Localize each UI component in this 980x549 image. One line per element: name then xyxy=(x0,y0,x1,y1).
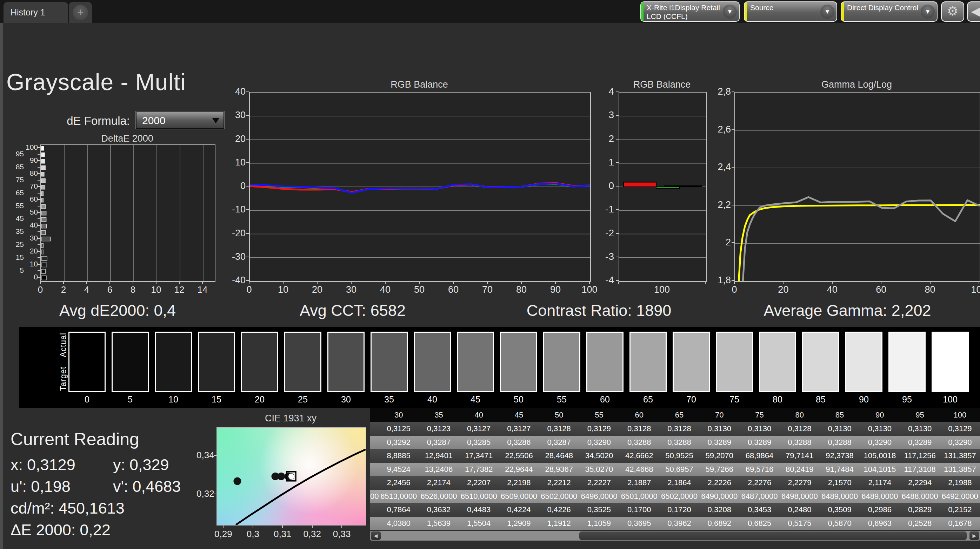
table-cell: 0,3129 xyxy=(940,422,980,436)
scrollbar-thumb[interactable] xyxy=(579,532,967,540)
table-row-sliver xyxy=(370,517,379,530)
table-cell: 0,3632 xyxy=(418,503,458,517)
cie-x-tick xyxy=(312,525,313,528)
deltae-plot xyxy=(40,144,215,282)
table-cell: 0,3130 xyxy=(860,422,900,436)
deltae-y-tick-label: 90 xyxy=(24,156,38,164)
table-cell: 35,0270 xyxy=(579,463,619,476)
deltae-y-tick xyxy=(38,257,40,258)
swatch-level-label: 0 xyxy=(67,394,107,405)
grayscale-swatch xyxy=(68,332,106,392)
rgb-bar-y-tick xyxy=(616,233,619,234)
table-cell: 0,7864 xyxy=(379,503,418,517)
rgb-bar-plot xyxy=(619,92,707,282)
de-formula-select[interactable]: 2000 xyxy=(136,111,224,129)
rgb-line-x-tick xyxy=(317,281,318,284)
deltae-x-tick xyxy=(133,281,133,284)
swatch-actual-target-split xyxy=(285,362,320,362)
rgb-line-x-tick-label: 0 xyxy=(239,285,260,295)
dropdown-status-stripe xyxy=(842,2,844,21)
cie-plot xyxy=(216,427,366,525)
table-cell: 6490,0000 xyxy=(699,490,739,503)
table-cell: 34,5020 xyxy=(579,449,619,463)
rgb-line-y-tick xyxy=(246,162,249,163)
table-cell: 2,2226 xyxy=(699,476,739,490)
table-header-cell: 85 xyxy=(820,408,860,422)
table-cell: 6498,0000 xyxy=(780,490,820,503)
dropdown-source[interactable]: Source▼ xyxy=(744,2,837,22)
collapse-panel-button[interactable]: ◀ xyxy=(967,2,980,22)
add-tab-button[interactable]: + xyxy=(69,2,92,23)
gamma-plot xyxy=(734,92,980,282)
table-cell: 2,2279 xyxy=(780,476,820,490)
deltae-y-tick xyxy=(38,147,40,148)
chevron-down-icon xyxy=(212,118,219,124)
deltae-y-tick-label: 15 xyxy=(10,253,24,261)
swatch-actual-target-split xyxy=(415,362,450,362)
swatch-level-label: 90 xyxy=(844,394,883,405)
rgb-line-y-tick xyxy=(246,139,249,140)
dropdown-status-stripe xyxy=(745,2,747,21)
deltae-chart: DeltaE 2000 1009590858075706560555045403… xyxy=(7,133,232,301)
table-cell: 6489,0000 xyxy=(820,490,860,503)
deltae-y-tick xyxy=(38,199,40,200)
rgb-line-y-tick-label: 20 xyxy=(226,134,246,144)
gamma-x-tick xyxy=(978,281,979,284)
table-cell: 0,2152 xyxy=(940,503,980,517)
rgb-line-x-tick xyxy=(453,281,454,284)
table-cell: 91,7484 xyxy=(820,463,860,476)
table-cell: 0,2480 xyxy=(780,503,820,517)
swatch-actual-target-split xyxy=(932,362,968,362)
table-header-cell: 35 xyxy=(418,408,458,422)
dropdown-meter[interactable]: X-Rite i1Display Retail LCD (CCFL)▼ xyxy=(640,2,740,22)
deltae-y-tick xyxy=(38,173,40,174)
deltae-y-tick-label: 0 xyxy=(24,273,38,281)
deltae-x-tick xyxy=(202,281,203,284)
table-cell: 6496,0000 xyxy=(579,490,619,503)
deltae-y-tick-label: 55 xyxy=(10,202,24,209)
swatch-actual-target-split xyxy=(501,362,536,362)
de-formula-label: dE Formula: xyxy=(42,114,130,128)
dropdown-label: Direct Display Control xyxy=(847,3,918,12)
rgb-bar-chart-title: RGB Balance xyxy=(619,79,705,90)
deltae-y-tick xyxy=(38,193,40,194)
swatch-level-label: 60 xyxy=(585,394,625,405)
rgb-balance-bar-chart: RGB Balance 43210-1-2-3-4100 xyxy=(593,78,730,302)
left-edge-strip xyxy=(0,23,3,549)
swatch-level-label: 20 xyxy=(240,394,279,405)
grayscale-swatch xyxy=(328,332,364,392)
table-cell: 22,9644 xyxy=(499,463,539,476)
grayscale-swatch xyxy=(241,332,278,392)
table-cell: 0,1700 xyxy=(619,503,659,517)
deltae-y-tick-label: 40 xyxy=(24,221,38,229)
table-cell: 0,3695 xyxy=(619,517,659,530)
table-horizontal-scrollbar[interactable]: ◀ ▶ xyxy=(370,531,980,541)
table-header-cell: 65 xyxy=(659,408,699,422)
deltae-y-tick-label: 70 xyxy=(24,182,38,190)
grayscale-swatch xyxy=(111,332,149,392)
rgb-line-x-tick xyxy=(351,281,352,284)
deltae-y-tick xyxy=(38,206,40,206)
swatch-actual-target-split xyxy=(760,362,795,362)
gamma-x-tick-label: 0 xyxy=(724,285,745,295)
table-cell: 79,7141 xyxy=(780,449,820,463)
dropdown-display-control[interactable]: Direct Display Control▼ xyxy=(841,2,937,22)
table-cell: 50,9525 xyxy=(659,449,699,463)
rgb-line-y-tick-label: 10 xyxy=(226,157,246,168)
table-header-cell: 30 xyxy=(379,408,418,422)
table-cell: 0,3130 xyxy=(739,422,779,436)
table-cell: 6492,0000 xyxy=(940,490,980,503)
table-cell: 92,3738 xyxy=(820,449,860,463)
swatch-level-label: 95 xyxy=(888,394,927,405)
table-header-cell: 40 xyxy=(459,408,499,422)
rgb-bar-y-tick-label: 1 xyxy=(596,157,614,168)
settings-button[interactable]: ⚙ xyxy=(941,2,964,22)
swatch-actual-target-split xyxy=(70,362,105,362)
table-cell: 0,3129 xyxy=(579,422,619,436)
tab-history-1[interactable]: History 1 xyxy=(3,2,68,23)
scroll-left-button[interactable]: ◀ xyxy=(371,532,381,540)
scroll-right-button[interactable]: ▶ xyxy=(969,532,979,540)
rgb-bar-y-tick-label: -3 xyxy=(596,251,614,262)
rgb-line-y-tick xyxy=(246,233,249,234)
deltae-x-tick-label: 6 xyxy=(101,285,119,295)
